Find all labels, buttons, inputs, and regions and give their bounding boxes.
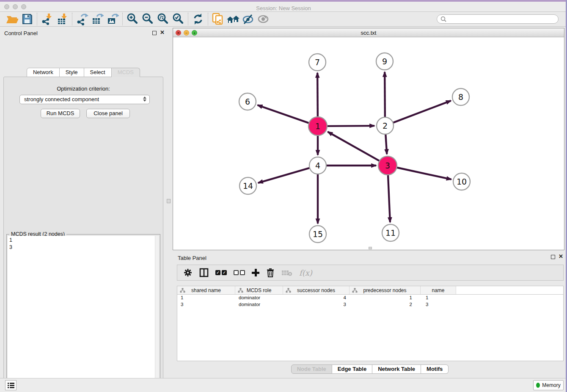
graph-edge-3-11[interactable] bbox=[388, 174, 390, 222]
tab-network[interactable]: Network bbox=[27, 68, 60, 77]
table-row[interactable]: 1 dominator 4 1 1 bbox=[177, 295, 563, 301]
graph-edge-3-1[interactable] bbox=[328, 132, 380, 161]
cell-mcds-role[interactable]: dominator bbox=[235, 301, 283, 308]
criterion-select[interactable]: strongly connected component bbox=[19, 95, 150, 104]
graph-edge-1-6[interactable] bbox=[258, 105, 310, 123]
frame-minimize-icon[interactable]: − bbox=[184, 30, 189, 36]
main-toolbar bbox=[0, 12, 567, 27]
frame-maximize-icon[interactable]: ＋ bbox=[192, 30, 197, 36]
toolbar-separator bbox=[188, 13, 188, 25]
mcds-result-list[interactable]: 1 3 bbox=[8, 236, 155, 392]
result-line: 3 bbox=[9, 244, 153, 251]
column-header-mcds-role[interactable]: MCDS role bbox=[235, 286, 283, 294]
cell-mcds-role[interactable]: dominator bbox=[235, 295, 283, 301]
zoom-in-icon[interactable] bbox=[125, 12, 140, 26]
float-table-panel-icon[interactable] bbox=[551, 255, 555, 259]
toolbar-separator bbox=[72, 13, 72, 25]
memory-button[interactable]: Memory bbox=[533, 380, 564, 390]
deselect-all-icon[interactable] bbox=[234, 266, 245, 279]
network-window: scc.txt ✕ − ＋ 7968124314101511 bbox=[173, 28, 564, 250]
close-panel-button[interactable]: Close panel bbox=[86, 109, 130, 118]
toolbar-separator bbox=[208, 13, 208, 25]
tab-mcds[interactable]: MCDS bbox=[112, 68, 140, 77]
zoom-fit-icon[interactable] bbox=[155, 12, 171, 26]
delete-row-icon[interactable] bbox=[266, 266, 275, 279]
close-table-panel-icon[interactable]: ✕ bbox=[559, 253, 563, 259]
task-list-icon bbox=[8, 382, 14, 388]
open-session-icon[interactable] bbox=[4, 12, 19, 26]
apply-function-icon: f(x) bbox=[299, 266, 312, 279]
graph-edge-1-2[interactable] bbox=[326, 126, 374, 126]
search-input[interactable] bbox=[446, 16, 555, 22]
graph-node-label: 6 bbox=[245, 97, 250, 106]
zoom-selected-icon[interactable] bbox=[171, 12, 186, 26]
cell-predecessor-nodes[interactable]: 2 bbox=[350, 301, 421, 308]
mcds-result-group: MCDS result (2 nodes) 1 3 bbox=[6, 234, 160, 392]
show-home-icon[interactable] bbox=[226, 12, 241, 26]
control-panel-tabs: Network Style Select MCDS bbox=[0, 68, 167, 77]
cell-name[interactable]: 3 bbox=[421, 301, 456, 308]
column-header-shared-name[interactable]: shared name bbox=[177, 286, 235, 294]
import-network-icon[interactable] bbox=[39, 12, 55, 26]
cell-shared-name[interactable]: 1 bbox=[177, 295, 235, 301]
shared-column-icon bbox=[180, 288, 185, 293]
tab-network-table[interactable]: Network Table bbox=[372, 364, 421, 374]
graph-edge-4-14[interactable] bbox=[258, 168, 311, 183]
network-canvas[interactable]: 7968124314101511 bbox=[173, 38, 564, 250]
tab-edge-table[interactable]: Edge Table bbox=[332, 364, 372, 374]
select-all-icon[interactable]: ✓✓ bbox=[215, 266, 227, 279]
graph-node-label: 8 bbox=[458, 92, 463, 102]
export-image-icon[interactable] bbox=[105, 12, 120, 26]
duplicate-network-icon[interactable] bbox=[210, 12, 226, 26]
graph-edge-2-8[interactable] bbox=[392, 101, 451, 123]
table-tabs: Node Table Edge Table Network Table Moti… bbox=[173, 364, 567, 374]
column-header-predecessor-nodes[interactable]: predecessor nodes bbox=[350, 286, 421, 294]
optimization-criterion-label: Optimization criterion: bbox=[4, 86, 163, 92]
cell-successor-nodes[interactable]: 3 bbox=[283, 301, 350, 308]
column-header-name[interactable]: name bbox=[421, 286, 456, 294]
result-scrollbar[interactable] bbox=[155, 236, 159, 392]
search-icon bbox=[440, 16, 446, 22]
run-mcds-button[interactable]: Run MCDS bbox=[41, 109, 80, 118]
shared-column-icon bbox=[238, 288, 243, 293]
column-header-successor-nodes[interactable]: successor nodes bbox=[283, 286, 350, 294]
export-table-icon[interactable] bbox=[90, 12, 105, 26]
cell-shared-name[interactable]: 3 bbox=[177, 301, 235, 308]
network-window-titlebar[interactable]: scc.txt ✕ − ＋ bbox=[173, 28, 564, 37]
save-session-icon[interactable] bbox=[19, 12, 35, 26]
shared-column-icon bbox=[352, 288, 358, 293]
table-toolbar: ✓✓ f(x) bbox=[177, 265, 564, 281]
table-row[interactable]: 3 dominator 3 2 3 bbox=[177, 301, 563, 308]
export-network-icon[interactable] bbox=[74, 12, 90, 26]
graph-edge-3-10[interactable] bbox=[396, 167, 451, 179]
tab-motifs[interactable]: Motifs bbox=[421, 364, 449, 374]
zoom-out-icon[interactable] bbox=[140, 12, 155, 26]
table-settings-icon[interactable] bbox=[183, 266, 193, 279]
tab-select[interactable]: Select bbox=[84, 68, 112, 77]
graph-node-label: 10 bbox=[457, 177, 467, 186]
graph-node-label: 3 bbox=[385, 161, 390, 170]
show-columns-icon[interactable] bbox=[199, 266, 209, 279]
graph-edge-1-7[interactable] bbox=[317, 73, 318, 118]
search-box[interactable] bbox=[437, 14, 559, 24]
hide-selected-icon[interactable] bbox=[241, 12, 256, 26]
cell-name[interactable]: 1 bbox=[421, 295, 456, 301]
network-frame-resize-handle[interactable] bbox=[369, 247, 372, 249]
panel-splitter-handle[interactable] bbox=[167, 199, 171, 203]
tab-node-table[interactable]: Node Table bbox=[291, 364, 332, 374]
add-row-icon[interactable] bbox=[252, 266, 259, 279]
show-hidden-icon[interactable] bbox=[256, 12, 271, 26]
frame-close-icon[interactable]: ✕ bbox=[176, 30, 181, 36]
cell-successor-nodes[interactable]: 4 bbox=[283, 295, 350, 301]
tab-style[interactable]: Style bbox=[60, 68, 84, 77]
graph-node-label: 11 bbox=[385, 228, 396, 237]
task-history-button[interactable] bbox=[5, 380, 17, 390]
table-panel-title: Table Panel bbox=[178, 255, 206, 261]
cell-predecessor-nodes[interactable]: 1 bbox=[350, 295, 421, 301]
graph-edge-2-3[interactable] bbox=[385, 133, 387, 154]
graph-edge-2-9[interactable] bbox=[385, 72, 385, 118]
import-table-icon[interactable] bbox=[55, 12, 70, 26]
close-panel-icon[interactable]: ✕ bbox=[160, 29, 165, 36]
float-panel-icon[interactable] bbox=[152, 31, 157, 35]
refresh-view-icon[interactable] bbox=[190, 12, 206, 26]
